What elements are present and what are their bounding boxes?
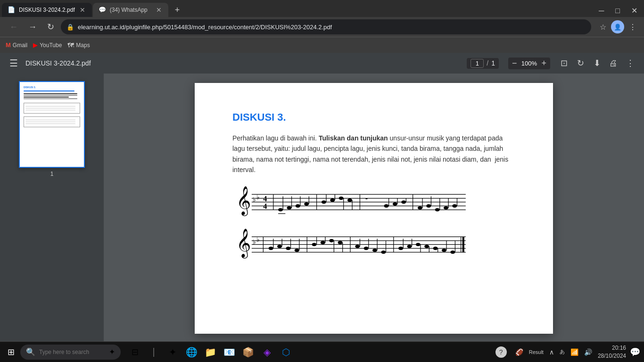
wifi-icon[interactable]: 📶 xyxy=(569,347,580,357)
svg-point-63 xyxy=(295,248,299,252)
svg-point-94 xyxy=(442,248,446,252)
svg-text:𝄞: 𝄞 xyxy=(236,229,251,259)
svg-point-17 xyxy=(304,202,309,206)
result-label: Result xyxy=(527,348,545,356)
pdf-more-button[interactable]: ⋮ xyxy=(624,56,636,70)
refresh-button[interactable]: ↻ xyxy=(43,20,58,34)
svg-point-72 xyxy=(338,241,342,244)
pdf-viewer: ☰ DISKUSI 3-2024.2.pdf / 1 − 100% + ⊡ ↻ … xyxy=(0,53,644,343)
minimize-button[interactable]: ─ xyxy=(594,5,609,17)
tab-pdf[interactable]: 📄 DISKUSI 3-2024.2.pdf ✕ xyxy=(2,3,92,17)
music-staff-2: 𝄞 ♭ ♭ xyxy=(232,227,515,265)
ime-icon[interactable]: あ xyxy=(558,347,567,356)
svg-point-15 xyxy=(296,204,300,207)
new-tab-button[interactable]: + xyxy=(171,3,184,17)
volume-icon[interactable]: 🔊 xyxy=(582,347,594,357)
tab-close-wa[interactable]: ✕ xyxy=(155,5,163,15)
taskbar-copilot[interactable]: ✦ xyxy=(164,344,181,361)
nfl-icon[interactable]: 🏈 xyxy=(513,347,525,357)
pdf-main[interactable]: DISKUSI 3. Perhatikan lagu di bawah ini.… xyxy=(104,74,644,343)
close-button[interactable]: ✕ xyxy=(627,4,642,17)
pdf-thumbnail-1[interactable]: DISKUSI 3. xyxy=(19,81,85,168)
more-button[interactable]: ⋮ xyxy=(627,21,638,33)
pdf-toolbar: ☰ DISKUSI 3-2024.2.pdf / 1 − 100% + ⊡ ↻ … xyxy=(0,53,644,74)
browser-window: 📄 DISKUSI 3-2024.2.pdf ✕ 💬 (34) WhatsApp… xyxy=(0,0,644,343)
fit-page-button[interactable]: ⊡ xyxy=(559,56,570,70)
svg-point-24 xyxy=(339,197,344,200)
taskbar-right: ? 🏈 Result ∧ あ 📶 🔊 20:16 28/10/2024 💬 xyxy=(493,344,640,361)
youtube-icon: ▶ xyxy=(33,41,38,49)
tab-favicon-wa: 💬 xyxy=(99,6,106,14)
bookmark-youtube[interactable]: ▶ YouTube xyxy=(33,41,62,49)
gmail-label: Gmail xyxy=(13,42,27,49)
youtube-label: YouTube xyxy=(40,42,62,49)
print-button[interactable]: 🖨 xyxy=(607,57,619,70)
page-number-input[interactable] xyxy=(471,59,484,68)
svg-point-88 xyxy=(416,243,421,246)
chevron-icon[interactable]: ∧ xyxy=(547,347,556,357)
svg-point-43 xyxy=(444,206,448,209)
rotate-button[interactable]: ↻ xyxy=(575,56,586,70)
taskbar-explorer[interactable]: 📁 xyxy=(202,344,219,361)
pdf-content-heading: DISKUSI 3. xyxy=(232,111,515,123)
explorer-icon: 📁 xyxy=(205,346,216,358)
copilot-icon: ✦ xyxy=(169,346,177,358)
music-notation-svg-1: 𝄞 ♭ ♭ 4 4 xyxy=(232,185,468,221)
address-bar[interactable]: 🔒 elearning.ut.ac.id/pluginfile.php/5015… xyxy=(61,19,591,34)
gmail-icon: M xyxy=(6,41,11,49)
taskbar-app-unknown[interactable]: ◈ xyxy=(258,344,275,361)
back-button[interactable]: ← xyxy=(6,20,22,34)
pdf-title: DISKUSI 3-2024.2.pdf xyxy=(25,59,461,67)
clock-time: 20:16 xyxy=(598,344,626,352)
window-controls: ─ □ ✕ xyxy=(594,4,642,17)
clock[interactable]: 20:16 28/10/2024 xyxy=(598,344,626,360)
profile-button[interactable]: 👤 xyxy=(611,20,624,33)
zoom-in-button[interactable]: + xyxy=(541,58,546,68)
svg-point-37 xyxy=(418,206,422,209)
start-button[interactable]: ⊞ xyxy=(4,345,18,359)
taskbar-help[interactable]: ? xyxy=(493,344,510,361)
search-input[interactable] xyxy=(39,349,105,355)
taskbar-dropbox[interactable]: 📦 xyxy=(239,344,256,361)
help-icon: ? xyxy=(495,346,507,358)
svg-text:♭: ♭ xyxy=(256,236,260,243)
thumbnail-page-number: 1 xyxy=(50,171,54,177)
pdf-menu-button[interactable]: ☰ xyxy=(8,56,20,71)
svg-point-22 xyxy=(330,198,335,202)
tab-favicon-pdf: 📄 xyxy=(8,6,15,14)
svg-point-84 xyxy=(398,247,403,250)
notification-button[interactable]: 💬 xyxy=(630,347,640,357)
taskbar-taskview[interactable]: ⊟ xyxy=(126,344,143,361)
pdf-content-area: DISKUSI 3. xyxy=(0,74,644,343)
tab-whatsapp[interactable]: 💬 (34) WhatsApp ✕ xyxy=(93,3,168,17)
svg-point-90 xyxy=(424,245,429,248)
taskbar-mail[interactable]: 📧 xyxy=(221,344,238,361)
forward-button[interactable]: → xyxy=(25,20,41,34)
maximize-button[interactable]: □ xyxy=(611,5,625,17)
pdf-toolbar-right: ⬇ 🖨 ⋮ xyxy=(592,56,636,70)
svg-point-45 xyxy=(452,204,457,207)
svg-point-32 xyxy=(393,202,397,206)
zoom-value: 100% xyxy=(520,60,538,67)
unknown-icon: ◈ xyxy=(264,346,271,358)
svg-point-11 xyxy=(278,208,283,211)
system-tray: 🏈 Result ∧ あ 📶 🔊 xyxy=(513,347,594,357)
svg-point-13 xyxy=(287,206,291,209)
svg-point-79 xyxy=(372,248,377,252)
bookmark-gmail[interactable]: M Gmail xyxy=(6,41,27,49)
taskbar: ⊞ 🔍 ✦ ⊟ | ✦ 🌐 📁 📧 📦 ◈ ⬡ xyxy=(0,341,644,362)
bookmark-maps[interactable]: 🗺 Maps xyxy=(67,41,90,49)
svg-point-20 xyxy=(322,200,326,204)
download-button[interactable]: ⬇ xyxy=(592,56,603,70)
zoom-out-button[interactable]: − xyxy=(512,58,517,68)
search-box[interactable]: 🔍 ✦ xyxy=(20,345,121,360)
svg-point-70 xyxy=(329,239,334,242)
taskbar-chrome[interactable]: 🌐 xyxy=(183,344,200,361)
pdf-sidebar: DISKUSI 3. xyxy=(0,74,104,343)
tab-close-pdf[interactable]: ✕ xyxy=(79,5,86,15)
star-button[interactable]: ☆ xyxy=(598,21,608,33)
music-notation-svg-2: 𝄞 ♭ ♭ xyxy=(232,227,468,263)
svg-point-41 xyxy=(435,208,440,211)
taskbar-edge[interactable]: ⬡ xyxy=(277,344,294,361)
svg-text:4: 4 xyxy=(263,202,267,211)
